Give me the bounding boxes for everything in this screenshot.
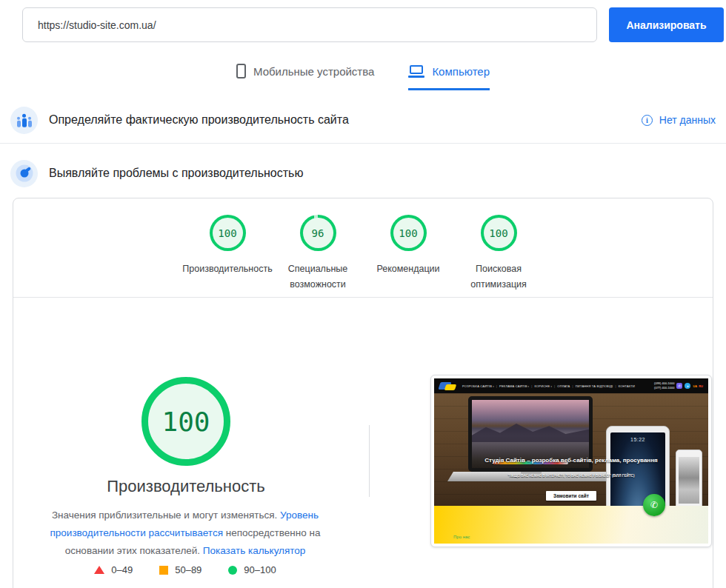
field-data-icon [10,107,38,134]
preview-call-button: ✆ [643,494,665,516]
field-data-section: Определяйте фактическую производительнос… [10,105,716,135]
tab-desktop-label: Компьютер [432,65,490,78]
red-triangle-icon [94,566,104,574]
performance-score-value: 100 [161,407,210,437]
desktop-icon [408,65,424,78]
orange-square-icon [159,566,168,575]
preview-phones: (099) 400-1000 (077) 400-1000 [654,381,674,390]
no-data-link[interactable]: Нет данных [659,114,716,126]
legend-item-good: 90–100 [228,564,276,575]
preview-nav: РОЗРОБКА САЙТІВРЕКЛАМА САЙТІВКОРИСНЕОПЛА… [462,384,635,388]
preview-cta-button: Замовити сайт [546,491,596,501]
show-calculator-link[interactable]: Показать калькулятор [203,545,306,556]
device-tabs: Мобильные устройства Компьютер [0,64,726,90]
url-input[interactable] [22,7,597,42]
score-category-seo[interactable]: 100 Поисковая оптимизация [453,215,544,292]
lab-data-section: Выявляйте проблемы с производительностью [10,158,716,188]
preview-about-link: Про нас [453,535,470,539]
score-category-accessibility[interactable]: 96 Специальные возможности [273,215,363,292]
green-circle-icon [228,566,237,575]
mobile-icon [236,64,246,78]
preview-language-switch: UARU [693,384,703,388]
preview-header: РОЗРОБКА САЙТІВРЕКЛАМА САЙТІВКОРИСНЕОПЛА… [434,378,708,393]
score-label: Поисковая оптимизация [453,261,544,292]
lab-data-title: Выявляйте проблемы с производительностью [49,167,303,180]
legend-item-poor: 0–49 [94,564,133,575]
performance-description: Значения приблизительные и могут изменят… [25,507,345,560]
score-label: Специальные возможности [273,261,363,292]
score-category-best-practices[interactable]: 100 Рекомендации [363,215,453,292]
legend-item-average: 50–89 [159,564,202,575]
performance-big-gauge: 100 [141,377,230,466]
performance-title: Производительность [75,477,297,496]
report-card: 100 Производительность 96 Специальные во… [13,198,713,588]
score-ring: 100 [481,215,517,251]
pagespeed-insights-page: Анализировать Мобильные устройства Компь… [0,0,726,588]
card-divider [13,297,713,298]
score-label: Рекомендации [376,261,439,277]
category-scores-row: 100 Производительность 96 Специальные во… [13,215,713,292]
telegram-icon: ➤ [685,383,690,389]
tab-desktop[interactable]: Компьютер [408,64,490,90]
preview-logo [439,381,457,391]
desc-text: Значения приблизительные и могут изменят… [52,510,280,521]
tab-mobile[interactable]: Мобильные устройства [236,64,374,90]
info-icon[interactable]: i [642,115,653,126]
viber-icon: ✆ [676,383,682,389]
site-screenshot: РОЗРОБКА САЙТІВРЕКЛАМА САЙТІВКОРИСНЕОПЛА… [434,378,708,544]
section-divider [0,143,726,144]
preview-footer-band: Про нас [434,506,708,544]
preview-headline: Студія Сайтів – розробка веб-сайтів, рек… [434,457,708,464]
score-ring: 100 [390,215,427,251]
score-ring: 96 [300,215,336,251]
performance-gauge-icon [10,160,38,187]
field-data-title: Определяйте фактическую производительнос… [49,113,349,127]
preview-hero: 15:22 Студія Сайтів – розробка веб-сайті… [434,393,708,506]
site-screenshot-thumbnail: РОЗРОБКА САЙТІВРЕКЛАМА САЙТІВКОРИСНЕОПЛА… [430,375,712,547]
score-ring: 100 [210,215,246,251]
tab-mobile-label: Мобильные устройства [253,65,374,78]
vertical-divider [369,425,370,497]
score-category-performance[interactable]: 100 Производительность [182,215,273,292]
analyze-button[interactable]: Анализировать [609,7,724,42]
preview-quote: "ЯКЩО ВАС НЕМАЄ В ІНТЕРНЕТІ, ТО ВАС НЕМА… [434,474,708,478]
score-legend: 0–49 50–89 90–100 [25,564,345,575]
score-label: Производительность [182,261,272,277]
